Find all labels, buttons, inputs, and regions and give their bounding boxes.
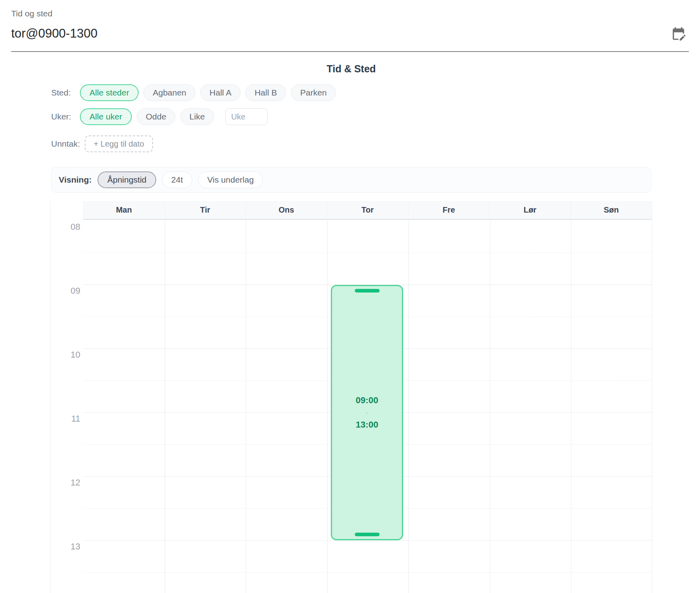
hour-label-10: 10 <box>51 350 80 360</box>
visning-pill-vis-underlag[interactable]: Vis underlag <box>198 171 263 188</box>
day-header-tir: Tir <box>164 201 245 220</box>
uker-pill-odde[interactable]: Odde <box>137 108 175 125</box>
time-gutter-header <box>51 201 83 220</box>
hour-label-11: 11 <box>51 414 80 424</box>
visning-pill-24t[interactable]: 24t <box>162 171 192 188</box>
edit-calendar-button[interactable] <box>670 26 686 42</box>
sted-pill-alle-steder[interactable]: Alle steder <box>80 84 139 101</box>
sted-label: Sted: <box>51 88 75 98</box>
visning-label: Visning: <box>59 175 91 185</box>
hour-label-13: 13 <box>51 541 80 552</box>
edit-calendar-icon <box>671 26 686 41</box>
day-header-son: Søn <box>571 201 652 220</box>
tid-og-sted-field: Tid og sted <box>11 9 689 52</box>
tid-og-sted-input[interactable] <box>11 26 670 41</box>
hour-label-08: 08 <box>51 222 80 232</box>
event-resize-handle-bottom[interactable] <box>355 533 380 536</box>
event-end-time: 13:00 <box>356 420 378 430</box>
calendar-grid[interactable]: 08 09 10 11 12 13 09:00 - 13:00 <box>51 221 652 593</box>
uker-pill-alle-uker[interactable]: Alle uker <box>80 108 132 125</box>
uker-label: Uker: <box>51 112 75 121</box>
day-header-ons: Ons <box>246 201 327 220</box>
unntak-label: Unntak: <box>51 139 80 149</box>
calendar-event-tor[interactable]: 09:00 - 13:00 <box>331 285 403 540</box>
filter-row-sted: Sted: Alle steder Agbanen Hall A Hall B … <box>51 84 336 101</box>
day-header-tor: Tor <box>327 201 408 220</box>
sted-pill-parken[interactable]: Parken <box>291 84 336 101</box>
week-calendar: Man Tir Ons Tor Fre Lør Søn <box>50 201 652 593</box>
hour-label-12: 12 <box>51 478 80 488</box>
filter-row-unntak: Unntak: + Legg til dato <box>51 135 153 152</box>
event-resize-handle-top[interactable] <box>355 289 380 293</box>
uke-number-input[interactable] <box>225 108 268 125</box>
section-heading: Tid & Sted <box>50 63 652 75</box>
sted-pill-agbanen[interactable]: Agbanen <box>143 84 195 101</box>
event-time-separator: - <box>366 410 368 416</box>
sted-pill-hall-b[interactable]: Hall B <box>245 84 286 101</box>
visning-pill-apningstid[interactable]: Åpningstid <box>97 171 156 188</box>
sted-pill-hall-a[interactable]: Hall A <box>200 84 241 101</box>
event-start-time: 09:00 <box>356 395 378 406</box>
calendar-day-header: Man Tir Ons Tor Fre Lør Søn <box>51 201 652 220</box>
hour-label-09: 09 <box>51 286 80 296</box>
field-underline <box>11 22 689 52</box>
filter-row-uker: Uker: Alle uker Odde Like <box>51 108 268 125</box>
add-exception-date-button[interactable]: + Legg til dato <box>85 135 153 152</box>
day-header-fre: Fre <box>408 201 489 220</box>
field-label: Tid og sted <box>11 9 689 18</box>
uker-pill-like[interactable]: Like <box>180 108 214 125</box>
day-header-lor: Lør <box>489 201 570 220</box>
visning-toolbar: Visning: Åpningstid 24t Vis underlag <box>51 167 651 193</box>
day-header-man: Man <box>83 201 164 220</box>
